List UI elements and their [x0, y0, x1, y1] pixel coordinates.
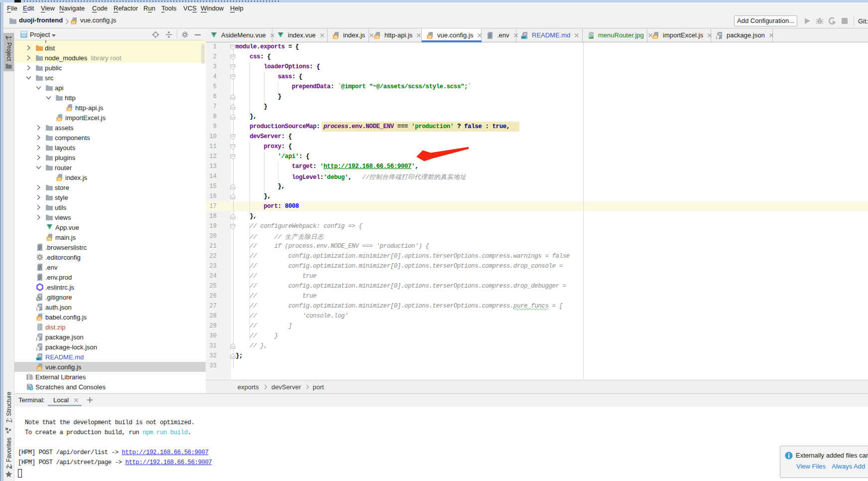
svg-text:{..}: {..} — [36, 307, 40, 311]
svg-text:{..}: {..} — [36, 347, 40, 351]
svg-text:MD: MD — [36, 357, 41, 360]
svg-text:JS: JS — [37, 367, 42, 370]
svg-text:JS: JS — [334, 35, 338, 38]
svg-text:MD: MD — [521, 36, 526, 39]
svg-text:JS: JS — [57, 177, 62, 181]
svg-text:JS: JS — [57, 118, 62, 121]
svg-text:JS: JS — [37, 317, 42, 321]
svg-text:JS: JS — [67, 108, 72, 111]
svg-text:JS: JS — [375, 35, 379, 38]
svg-text:JS: JS — [47, 237, 52, 241]
svg-text:JS: JS — [428, 35, 432, 38]
svg-text:{..}: {..} — [36, 337, 40, 341]
svg-text:JS: JS — [72, 20, 76, 24]
svg-text:{..}: {..} — [716, 35, 720, 39]
svg-text:JS: JS — [653, 35, 658, 38]
